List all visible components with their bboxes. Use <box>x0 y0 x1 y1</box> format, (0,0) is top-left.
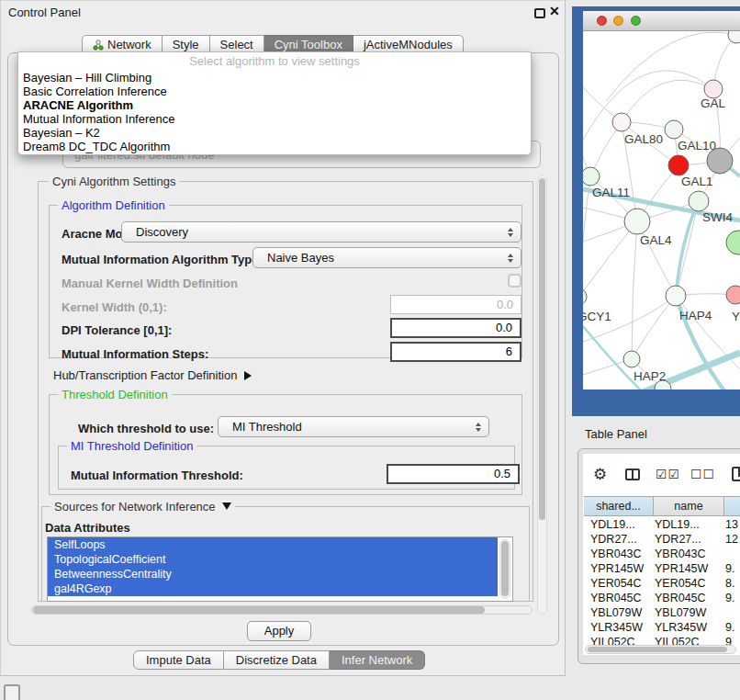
column-header-partial[interactable] <box>724 496 740 516</box>
tab-discretize-data[interactable]: Discretize Data <box>224 650 330 670</box>
combo-stepper-icon <box>508 228 513 237</box>
network-node[interactable] <box>704 80 723 98</box>
control-panel-title: Control Panel <box>8 6 81 19</box>
algorithm-option[interactable]: Basic Correlation Inference <box>18 85 531 98</box>
network-node-label: GCY1 <box>583 310 611 323</box>
expand-arrow-icon <box>244 371 252 380</box>
algorithm-dropdown-popup: Select algorithm to view settings Bayesi… <box>17 51 532 155</box>
kernel-width-label: Kernel Width (0,1): <box>62 300 167 314</box>
close-traffic-light-icon[interactable] <box>597 16 607 26</box>
network-node[interactable] <box>583 288 587 305</box>
network-window-titlebar[interactable] <box>583 11 740 31</box>
tab-infer-network[interactable]: Infer Network <box>330 650 425 670</box>
minimize-traffic-light-icon[interactable] <box>613 16 623 26</box>
combo-stepper-icon <box>508 254 513 263</box>
hub-tf-expander[interactable]: Hub/Transcription Factor Definition <box>53 368 252 382</box>
screen: { "control_panel": { "window_title": "Co… <box>0 0 740 700</box>
algorithm-option[interactable]: Mutual Information Inference <box>18 112 531 126</box>
network-node-label: Y <box>732 310 740 323</box>
tab-impute-data[interactable]: Impute Data <box>133 650 224 670</box>
network-node-label: GAL80 <box>624 132 663 146</box>
table-settings-gear-icon[interactable]: ⚙ <box>593 465 607 484</box>
apply-button[interactable]: Apply <box>247 621 311 641</box>
control-panel-window: Control Panel ✕ Network Style Select Cyn… <box>0 0 566 676</box>
network-node-label: GAL1 <box>681 175 713 188</box>
network-node-label: HAP4 <box>679 309 712 322</box>
network-node[interactable] <box>726 286 740 304</box>
dpi-tolerance-label: DPI Tolerance [0,1]: <box>62 323 172 337</box>
network-node-label: GAL <box>701 96 726 110</box>
algorithm-option-selected[interactable]: ARACNE Algorithm <box>18 98 531 112</box>
network-node[interactable] <box>623 351 640 367</box>
which-threshold-combo[interactable]: MI Threshold <box>218 416 489 437</box>
network-edge[interactable] <box>632 296 676 359</box>
network-node-label: SWI4 <box>702 210 733 224</box>
mi-threshold-field[interactable]: 0.5 <box>387 464 520 484</box>
network-node[interactable] <box>624 209 650 234</box>
settings-horizontal-scrollbar[interactable] <box>31 605 533 615</box>
table-horizontal-scrollbar[interactable] <box>585 645 736 654</box>
network-node-label: GAL11 <box>592 186 630 199</box>
network-edge[interactable] <box>632 221 637 359</box>
network-node[interactable] <box>612 113 631 131</box>
network-edge[interactable] <box>676 201 699 296</box>
list-scrollbar[interactable] <box>499 539 510 599</box>
algorithm-option[interactable]: Dream8 DC_TDC Algorithm <box>18 140 531 153</box>
column-header-shared[interactable]: shared... <box>584 496 654 516</box>
algorithm-option[interactable]: Bayesian – K2 <box>18 126 531 140</box>
network-graph[interactable]: GALGAL80GAL10GAL1GAL11SWI4GAL4GCY1HAP4YH… <box>583 31 740 390</box>
list-item[interactable]: gal4RGexp <box>48 581 498 596</box>
network-edge[interactable] <box>583 221 637 297</box>
network-node-label: GAL10 <box>678 139 716 152</box>
manual-kernel-label: Manual Kernel Width Definition <box>62 277 238 290</box>
mi-steps-field[interactable]: 6 <box>390 342 521 362</box>
list-item[interactable]: BetweennessCentrality <box>48 567 498 581</box>
column-selector-icon[interactable] <box>625 469 640 480</box>
network-node[interactable] <box>668 155 689 175</box>
table-panel-title: Table Panel <box>585 427 647 441</box>
which-threshold-label: Which threshold to use: <box>78 422 214 435</box>
combo-stepper-icon <box>476 423 481 432</box>
aracne-mode-combo[interactable]: Discovery <box>121 221 521 243</box>
threshold-definition-legend: Threshold Definition <box>58 388 172 401</box>
collapsed-panel-button[interactable] <box>4 684 20 700</box>
network-edge[interactable] <box>622 80 713 122</box>
manual-kernel-checkbox[interactable] <box>508 274 521 288</box>
cyni-algorithm-settings-legend: Cyni Algorithm Settings <box>49 175 179 188</box>
network-node[interactable] <box>707 148 733 174</box>
network-icon <box>93 40 104 51</box>
select-all-rows-icon[interactable]: ☑☑ <box>656 467 680 481</box>
zoom-traffic-light-icon[interactable] <box>631 16 641 26</box>
sources-legend[interactable]: Sources for Network Inference <box>50 500 235 514</box>
dpi-tolerance-field[interactable]: 0.0 <box>390 318 521 338</box>
mi-type-label: Mutual Information Algorithm Type: <box>62 253 263 266</box>
mi-type-combo[interactable]: Naive Bayes <box>252 247 521 268</box>
algorithm-definition-legend: Algorithm Definition <box>58 198 169 212</box>
column-header-name[interactable]: name <box>654 496 724 516</box>
kernel-width-field[interactable]: 0.0 <box>390 295 521 314</box>
algorithm-dropdown-placeholder: Select algorithm to view settings <box>18 52 531 71</box>
network-node[interactable] <box>728 31 740 43</box>
mi-threshold-legend: MI Threshold Definition <box>67 439 196 453</box>
network-node[interactable] <box>666 286 686 306</box>
close-window-icon[interactable]: ✕ <box>549 4 560 18</box>
settings-vertical-scrollbar[interactable] <box>537 175 547 615</box>
network-canvas[interactable]: GALGAL80GAL10GAL1GAL11SWI4GAL4GCY1HAP4YH… <box>583 31 740 390</box>
network-node-label: GAL4 <box>640 233 672 247</box>
list-item[interactable]: SelfLoops <box>48 537 498 552</box>
network-node[interactable] <box>583 167 600 186</box>
float-window-icon[interactable] <box>534 8 545 18</box>
deselect-all-rows-icon[interactable]: ☐☐ <box>690 467 715 481</box>
mi-threshold-label: Mutual Information Threshold: <box>71 469 243 482</box>
mi-steps-label: Mutual Information Steps: <box>62 347 208 361</box>
network-node[interactable] <box>665 120 683 139</box>
collapse-arrow-icon <box>222 502 231 510</box>
algorithm-option[interactable]: Bayesian – Hill Climbing <box>18 71 531 85</box>
network-edge[interactable] <box>583 71 713 140</box>
table-mode-icon[interactable] <box>732 467 740 481</box>
network-edge[interactable] <box>583 176 590 297</box>
network-node[interactable] <box>689 191 709 211</box>
list-item[interactable]: TopologicalCoefficient <box>48 552 498 567</box>
data-attributes-label: Data Attributes <box>45 521 130 535</box>
network-node[interactable] <box>726 231 740 254</box>
